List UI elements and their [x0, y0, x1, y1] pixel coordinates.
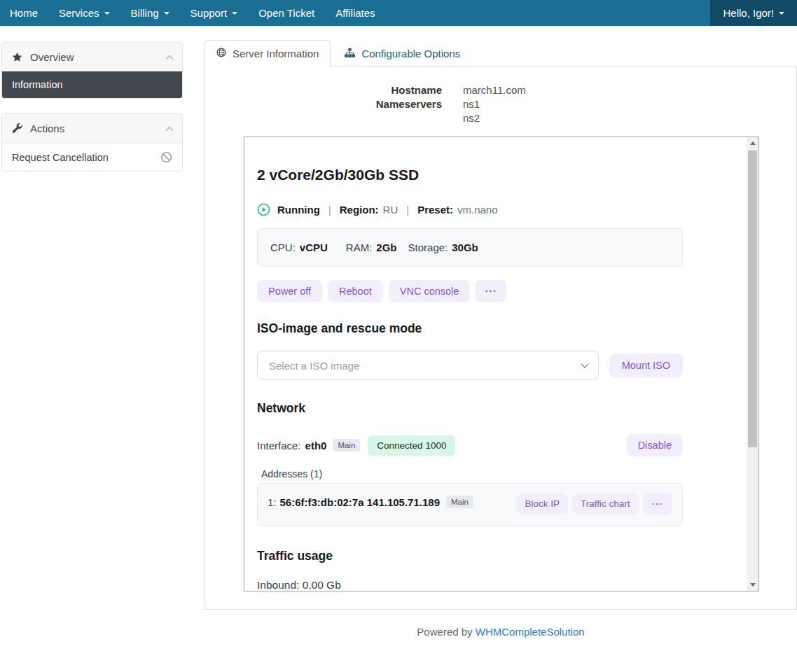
- address-actions: Block IP Traffic chart ···: [516, 493, 672, 514]
- traffic-inbound-value: Inbound: 0.00 Gb: [257, 579, 683, 591]
- overview-panel-header[interactable]: Overview: [2, 43, 182, 71]
- cpu-label: CPU:: [270, 241, 296, 253]
- ram-label: RAM:: [346, 241, 373, 253]
- ram-value: 2Gb: [376, 241, 396, 253]
- preset-value: vm.nano: [457, 204, 498, 216]
- nav-item-label: Open Ticket: [258, 7, 314, 19]
- sidebar: Overview Information Actions Request Can…: [1, 42, 183, 186]
- region-value: RU: [383, 204, 398, 216]
- nameservers-row: Nameservers ns1: [205, 97, 796, 111]
- chevron-up-icon: [165, 126, 173, 134]
- nav-item-support[interactable]: Support: [180, 0, 249, 26]
- actions-panel: Actions Request Cancellation: [1, 113, 183, 172]
- user-greeting: Hello, Igor!: [723, 7, 774, 19]
- vm-panel-content: 2 vCore/2Gb/30Gb SSD Running | Region: R…: [244, 137, 748, 591]
- scroll-up-button[interactable]: [747, 137, 758, 149]
- main-content: Server Information Configurable Options …: [205, 40, 797, 638]
- vm-status: Running: [277, 204, 320, 216]
- top-navbar: Home Services Billing Support Open Ticke…: [0, 0, 797, 26]
- caret-down-icon: [164, 12, 169, 15]
- tab-bar: Server Information Configurable Options: [205, 40, 797, 67]
- preset-label: Preset:: [417, 204, 453, 216]
- power-off-button[interactable]: Power off: [257, 280, 322, 302]
- nav-item-home[interactable]: Home: [0, 0, 48, 26]
- main-badge: Main: [446, 496, 473, 508]
- nav-item-label: Billing: [131, 7, 159, 19]
- nav-item-affiliates[interactable]: Affiliates: [325, 0, 385, 26]
- mount-iso-button[interactable]: Mount ISO: [609, 354, 683, 377]
- sidebar-item-request-cancellation[interactable]: Request Cancellation: [2, 143, 182, 171]
- interface-label: Interface:: [257, 440, 301, 451]
- whmcs-link[interactable]: WHMCompleteSolution: [476, 626, 585, 638]
- nameserver-2: ns2: [463, 111, 480, 125]
- vm-specs-box: CPU: vCPU RAM: 2Gb Storage: 30Gb: [257, 228, 683, 267]
- traffic-chart-button[interactable]: Traffic chart: [572, 493, 639, 514]
- vm-panel: 2 vCore/2Gb/30Gb SSD Running | Region: R…: [244, 136, 759, 592]
- iso-select[interactable]: Select a ISO image: [257, 351, 599, 380]
- actions-title: Actions: [30, 122, 64, 134]
- vm-plan-title: 2 vCore/2Gb/30Gb SSD: [257, 165, 683, 185]
- wrench-icon: [12, 123, 22, 134]
- tab-server-information[interactable]: Server Information: [205, 40, 331, 67]
- server-information-panel: Hostname march11.com Nameservers ns1 ns2…: [205, 67, 797, 610]
- sidebar-item-label: Request Cancellation: [12, 152, 109, 163]
- nameservers-label: Nameservers: [205, 97, 442, 111]
- iso-select-placeholder: Select a ISO image: [269, 360, 359, 372]
- overview-panel: Overview Information: [1, 42, 183, 99]
- more-address-actions-button[interactable]: ···: [643, 493, 673, 514]
- tab-label: Configurable Options: [361, 48, 460, 59]
- cpu-value: vCPU: [300, 241, 328, 253]
- iso-section-heading: ISO-image and rescue mode: [257, 321, 683, 336]
- disable-interface-button[interactable]: Disable: [627, 434, 683, 456]
- nav-item-label: Services: [59, 7, 99, 19]
- address-value: 56:6f:f3:db:02:7a 141.105.71.189: [280, 496, 440, 508]
- vnc-console-button[interactable]: VNC console: [389, 280, 471, 302]
- tab-configurable-options[interactable]: Configurable Options: [333, 40, 471, 66]
- region-label: Region:: [340, 204, 379, 216]
- nav-item-billing[interactable]: Billing: [120, 0, 180, 26]
- block-ip-button[interactable]: Block IP: [516, 493, 568, 514]
- caret-down-icon: [104, 12, 110, 15]
- chevron-down-icon: [581, 360, 588, 368]
- play-circle-icon: [257, 203, 270, 216]
- sitemap-icon: [345, 48, 355, 59]
- more-actions-button[interactable]: ···: [476, 280, 506, 302]
- nav-menu: Home Services Billing Support Open Ticke…: [0, 0, 386, 26]
- nav-item-services[interactable]: Services: [48, 0, 120, 26]
- hostname-value: march11.com: [463, 83, 526, 97]
- vm-status-row: Running | Region: RU | Preset: vm.nano: [257, 203, 683, 216]
- iso-row: Select a ISO image Mount ISO: [257, 351, 683, 380]
- ban-icon: [160, 151, 172, 163]
- vm-action-buttons: Power off Reboot VNC console ···: [257, 280, 683, 302]
- globe-icon: [216, 48, 226, 59]
- network-interface-row: Interface: eth0 Main Connected 1000 Disa…: [257, 434, 683, 456]
- user-menu[interactable]: Hello, Igor!: [710, 0, 797, 26]
- address-info: 1: 56:6f:f3:db:02:7a 141.105.71.189 Main: [268, 496, 473, 508]
- network-section-heading: Network: [257, 400, 683, 416]
- interface-name: eth0: [305, 440, 327, 451]
- footer: Powered by WHMCompleteSolution: [205, 626, 797, 638]
- actions-panel-header[interactable]: Actions: [2, 114, 182, 143]
- nav-item-label: Affiliates: [335, 7, 375, 19]
- chevron-up-icon: [165, 55, 173, 62]
- reboot-button[interactable]: Reboot: [328, 280, 383, 302]
- hostname-label: Hostname: [205, 83, 442, 97]
- powered-by-text: Powered by: [417, 626, 472, 638]
- storage-value: 30Gb: [452, 241, 478, 253]
- storage-label: Storage:: [408, 241, 448, 253]
- triangle-up-icon: [750, 141, 756, 145]
- nav-item-open-ticket[interactable]: Open Ticket: [248, 0, 325, 26]
- connected-status-badge: Connected 1000: [368, 435, 455, 456]
- main-badge: Main: [333, 439, 360, 451]
- scroll-down-button[interactable]: [747, 579, 758, 591]
- caret-down-icon: [779, 12, 784, 15]
- vm-scrollbar[interactable]: [747, 137, 758, 591]
- traffic-section-heading: Traffic usage: [257, 548, 683, 564]
- scrollbar-thumb[interactable]: [748, 150, 757, 447]
- address-row: 1: 56:6f:f3:db:02:7a 141.105.71.189 Main…: [257, 483, 683, 526]
- sidebar-item-information[interactable]: Information: [2, 71, 182, 98]
- nav-item-label: Home: [10, 7, 38, 19]
- overview-title: Overview: [30, 51, 74, 63]
- nav-item-label: Support: [190, 7, 228, 19]
- triangle-down-icon: [750, 583, 756, 587]
